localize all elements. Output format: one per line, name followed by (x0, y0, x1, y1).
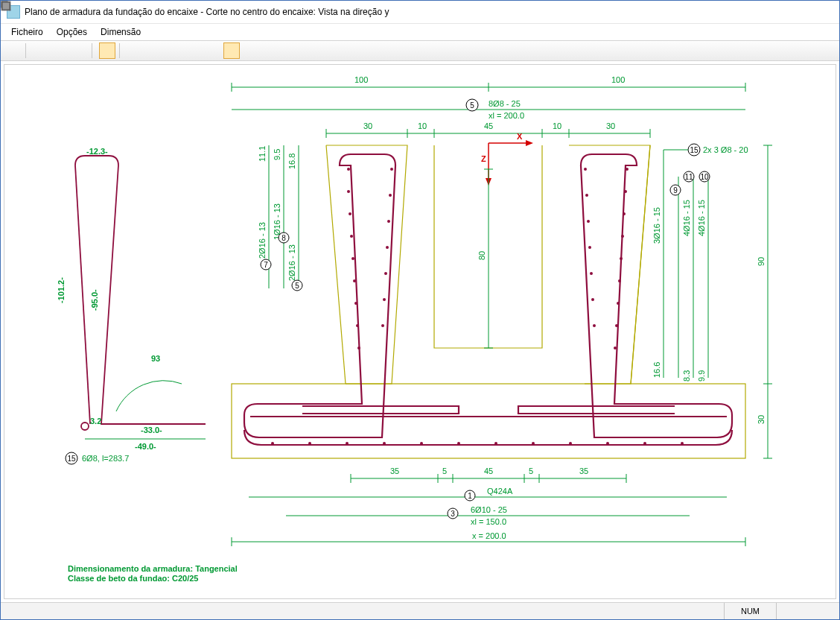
svg-point-85 (591, 298, 594, 301)
grid-icon[interactable] (71, 42, 88, 59)
svg-point-82 (587, 220, 590, 223)
svg-point-94 (532, 442, 535, 445)
dim-2d16b: 2Ø16 - 13 (287, 244, 296, 281)
svg-point-61 (354, 302, 357, 305)
lbl-6d10: 6Ø10 - 25 (471, 505, 507, 514)
svg-marker-49 (526, 140, 533, 146)
ld-spec: 6Ø8, l=283.7 (82, 454, 129, 463)
section2-icon[interactable] (146, 42, 162, 59)
svg-point-57 (349, 212, 351, 215)
section6-icon[interactable] (223, 42, 240, 59)
dim-4d16a: 4Ø16 - 15 (682, 200, 691, 236)
menu-file[interactable]: Ficheiro (5, 25, 49, 39)
status-empty (776, 603, 832, 619)
dim-8-3: 8.3 (682, 370, 691, 382)
footer-line2: Classe de beto da fundao: C20/25 (68, 574, 198, 583)
svg-point-77 (617, 302, 620, 305)
maximize-button[interactable] (771, 1, 805, 23)
tag-15-left: 15 (66, 452, 77, 464)
dim-16-6: 16.6 (652, 362, 661, 378)
dim-b35b: 35 (579, 466, 588, 475)
svg-point-76 (618, 279, 621, 282)
svg-point-83 (588, 246, 591, 249)
dim-11-1: 11.1 (258, 146, 267, 162)
section7-icon[interactable] (243, 42, 259, 59)
svg-text:5: 5 (470, 101, 474, 110)
toolbar-sep (25, 43, 29, 58)
svg-point-68 (384, 272, 387, 275)
svg-point-60 (353, 279, 356, 282)
svg-point-69 (383, 298, 386, 301)
dim-30: 30 (363, 121, 372, 130)
status-bar: NUM (1, 602, 839, 619)
svg-point-84 (590, 272, 593, 275)
svg-text:3: 3 (451, 510, 455, 518)
tag-1: 1 (465, 490, 475, 501)
tag-5: 5 (466, 99, 478, 111)
menu-dim[interactable]: Dimensão (95, 25, 147, 39)
zoom-icon[interactable] (33, 42, 49, 59)
svg-point-62 (356, 324, 359, 327)
toolbar-sep (119, 43, 123, 58)
dim-b35: 35 (390, 466, 399, 475)
section3-icon[interactable] (165, 42, 182, 59)
svg-text:Z: Z (481, 154, 486, 163)
dim-10b: 10 (553, 121, 561, 130)
dim-b5b: 5 (529, 466, 533, 475)
tag-10: 10 (699, 171, 710, 182)
svg-point-58 (350, 235, 353, 238)
minimize-button[interactable] (736, 1, 771, 23)
ld-49: -49.0- (135, 442, 156, 451)
svg-point-95 (569, 442, 572, 445)
close-button[interactable] (805, 1, 839, 23)
svg-point-88 (308, 442, 311, 445)
dim-9-5: 9.5 (273, 149, 281, 160)
tag-7: 7 (261, 259, 271, 270)
section4-icon[interactable] (185, 42, 201, 59)
dim-b5: 5 (442, 466, 447, 475)
dim-100-r: 100 (611, 75, 625, 84)
dim-30b: 30 (606, 121, 615, 130)
menu-bar: Ficheiro Opções Dimensão (1, 24, 839, 41)
view-axes-icon[interactable] (99, 42, 115, 59)
svg-point-56 (347, 190, 350, 193)
ld-top: -12.3- (86, 147, 108, 156)
svg-point-64 (390, 168, 393, 171)
ld-ang: 93 (151, 354, 160, 363)
svg-point-72 (624, 190, 627, 193)
lbl-xl200: xl = 200.0 (489, 111, 524, 120)
svg-point-55 (347, 168, 350, 171)
dim-16-8: 16.8 (287, 154, 296, 169)
svg-point-92 (457, 442, 460, 445)
svg-text:1: 1 (468, 492, 472, 500)
lbl-x200: x = 200.0 (472, 531, 506, 540)
section5-icon[interactable] (204, 42, 220, 59)
svg-point-146 (81, 423, 89, 430)
section1-icon[interactable] (127, 42, 143, 59)
svg-point-78 (615, 324, 618, 327)
ld-3-2: 3.2 (90, 417, 101, 426)
svg-point-96 (606, 442, 609, 445)
dim-90: 90 (757, 257, 766, 266)
ld-33: -33.0- (141, 426, 162, 434)
dim-100-l: 100 (354, 75, 368, 84)
svg-point-98 (681, 442, 684, 445)
toolbar (1, 41, 839, 61)
svg-point-93 (494, 442, 497, 445)
print-icon[interactable] (5, 42, 22, 59)
tag-11: 11 (684, 171, 694, 182)
svg-point-90 (383, 442, 386, 445)
svg-text:7: 7 (264, 261, 268, 269)
zoom-cancel-icon[interactable] (52, 42, 69, 59)
svg-point-87 (271, 442, 274, 445)
svg-point-89 (346, 442, 349, 445)
footer-line1: Dimensionamento da armadura: Tangencial (68, 564, 238, 573)
svg-point-63 (357, 347, 360, 349)
svg-text:15: 15 (67, 455, 76, 463)
drawing-canvas[interactable]: 100 100 8Ø8 - 25 xl = 200.0 30 10 45 10 … (4, 64, 836, 599)
left-detail: -12.3- -101.2- -95.0- 93 3.2 -33.0- -49.… (57, 147, 206, 464)
menu-options[interactable]: Opções (51, 25, 93, 39)
svg-point-97 (643, 442, 646, 445)
svg-point-86 (593, 324, 596, 327)
lbl-8d8-25: 8Ø8 - 25 (489, 99, 521, 108)
